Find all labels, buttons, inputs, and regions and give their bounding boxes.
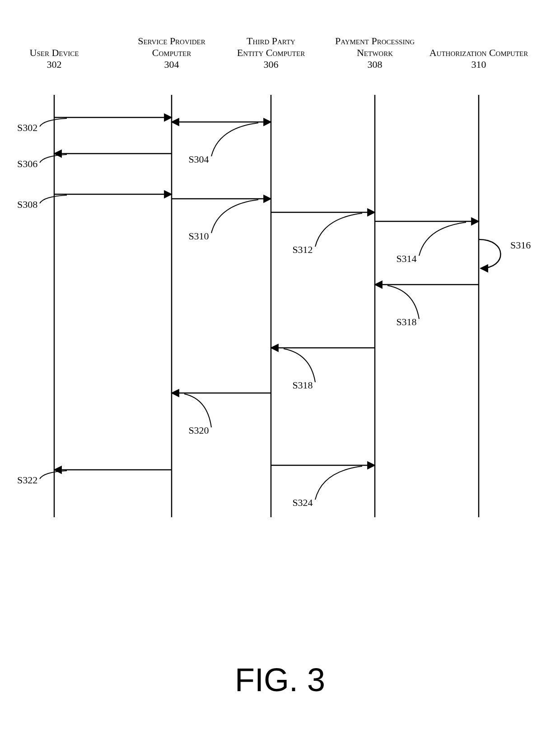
leader-S324 xyxy=(315,466,362,500)
leader-S310 xyxy=(211,200,258,233)
lane-title-ppn: Network xyxy=(357,47,393,58)
lane-number-tp: 306 xyxy=(264,59,279,70)
lane-title-ppn: Payment Processing xyxy=(335,35,415,47)
step-label-S318a: S318 xyxy=(396,316,416,328)
step-label-S320: S320 xyxy=(188,425,209,436)
lane-title-tp: Third Party xyxy=(247,35,295,47)
leader-S306 xyxy=(40,154,67,163)
leader-S318b xyxy=(284,349,315,382)
leader-S308 xyxy=(40,195,67,203)
step-label-S318b: S318 xyxy=(292,379,313,391)
step-label-S322: S322 xyxy=(17,474,37,486)
lane-number-auth: 310 xyxy=(471,59,486,70)
step-label-S308: S308 xyxy=(17,199,37,210)
lane-title-auth: Authorization Computer xyxy=(429,47,528,58)
lane-title-user: User Device xyxy=(30,47,79,58)
step-label-S312: S312 xyxy=(292,244,313,255)
leader-S304 xyxy=(211,123,258,156)
step-label-S302: S302 xyxy=(17,122,37,133)
step-label-S316: S316 xyxy=(510,239,531,251)
step-label-S304: S304 xyxy=(188,154,209,165)
step-label-S310: S310 xyxy=(188,230,209,242)
lane-title-sp: Service Provider xyxy=(138,35,205,47)
leader-S322 xyxy=(40,471,67,479)
leader-S318a xyxy=(387,285,419,319)
lane-number-user: 302 xyxy=(47,59,62,70)
sequence-diagram: User Device302Service ProviderComputer30… xyxy=(0,0,560,730)
lane-title-sp: Computer xyxy=(152,47,191,58)
lane-number-ppn: 308 xyxy=(368,59,383,70)
figure-label: FIG. 3 xyxy=(235,662,325,698)
leader-S320 xyxy=(184,394,211,427)
leader-S314 xyxy=(419,222,466,256)
self-arrow-S316 xyxy=(479,239,501,268)
step-label-S314: S314 xyxy=(396,253,416,264)
step-label-S306: S306 xyxy=(17,158,37,169)
leader-S312 xyxy=(315,213,362,247)
leader-S302 xyxy=(40,118,67,126)
lane-title-tp: Entity Computer xyxy=(237,47,305,58)
step-label-S324: S324 xyxy=(292,497,313,508)
lane-number-sp: 304 xyxy=(164,59,179,70)
